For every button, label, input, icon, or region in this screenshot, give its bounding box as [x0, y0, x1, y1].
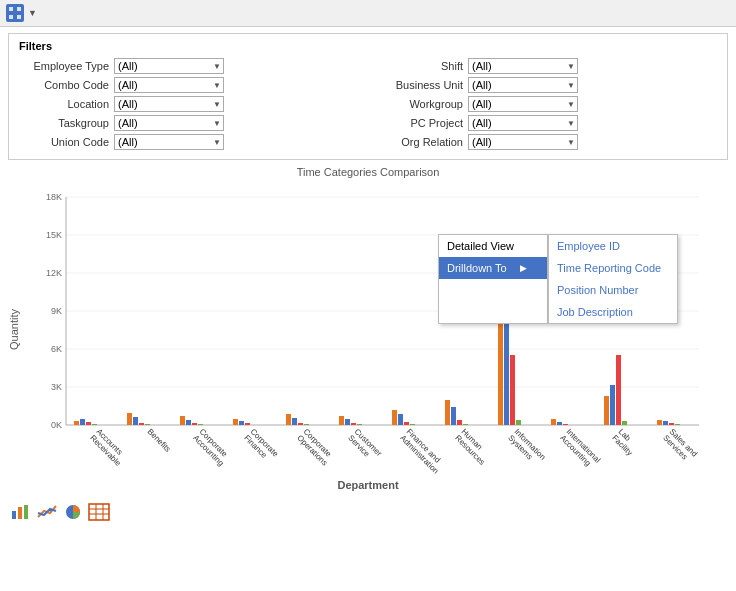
filter-location: Location (All): [19, 96, 363, 112]
bar-group-accounts-receivable: [74, 419, 97, 425]
bar-group-international-accounting: [551, 419, 568, 425]
filter-location-select[interactable]: (All): [114, 96, 224, 112]
svg-rect-40: [345, 419, 350, 425]
svg-text:15K: 15K: [46, 230, 62, 240]
filter-shift-label: Shift: [373, 60, 463, 72]
svg-rect-38: [304, 424, 309, 425]
filter-pc-project-label: PC Project: [373, 117, 463, 129]
dept-label-corporate-finance: Corporate Finance: [242, 427, 280, 460]
context-menu-detailed-view[interactable]: Detailed View: [439, 235, 547, 257]
svg-rect-47: [445, 400, 450, 425]
filter-combo-code-label: Combo Code: [19, 79, 109, 91]
svg-rect-92: [24, 505, 28, 519]
filter-pc-project: PC Project (All): [373, 115, 717, 131]
bar-group-benefits: [127, 413, 150, 425]
dept-label-corporate-accounting: Corporate Accounting: [191, 427, 229, 468]
filter-combo-code-select-wrap: (All): [114, 77, 224, 93]
filter-pc-project-select-wrap: (All): [468, 115, 578, 131]
filter-employee-type-select[interactable]: (All): [114, 58, 224, 74]
y-axis-label: Quantity: [8, 200, 24, 460]
filter-employee-type: Employee Type (All): [19, 58, 363, 74]
dept-label-information-systems: Information Systems: [506, 427, 547, 462]
filter-org-relation-label: Org Relation: [373, 136, 463, 148]
filter-employee-type-label: Employee Type: [19, 60, 109, 72]
filter-org-relation-select[interactable]: (All): [468, 134, 578, 150]
svg-rect-57: [563, 424, 568, 425]
pie-chart-icon[interactable]: [62, 503, 84, 521]
svg-rect-50: [463, 424, 468, 425]
svg-rect-43: [392, 410, 397, 425]
svg-rect-30: [198, 424, 203, 425]
filters-left: Employee Type (All) Combo Code (All) Loc…: [19, 58, 363, 153]
svg-rect-28: [186, 420, 191, 425]
context-menu: Detailed View Drilldown To ▶: [438, 234, 548, 324]
svg-text:Benefits: Benefits: [146, 427, 173, 454]
svg-rect-22: [92, 424, 97, 425]
filter-location-label: Location: [19, 98, 109, 110]
svg-rect-44: [398, 414, 403, 425]
table-icon[interactable]: [88, 503, 110, 521]
filter-org-relation-select-wrap: (All): [468, 134, 578, 150]
submenu-item-employee-id[interactable]: Employee ID: [549, 235, 677, 257]
dept-label-human-resources: Human Resources: [453, 427, 486, 467]
bar-chart-icon[interactable]: [10, 503, 32, 521]
svg-rect-23: [127, 413, 132, 425]
line-chart-icon[interactable]: [36, 503, 58, 521]
context-menu-drilldown-to[interactable]: Drilldown To ▶: [439, 257, 547, 279]
svg-rect-33: [245, 423, 250, 425]
svg-rect-37: [298, 423, 303, 425]
svg-rect-54: [516, 420, 521, 425]
svg-rect-59: [604, 396, 609, 425]
filter-union-code-select[interactable]: (All): [114, 134, 224, 150]
x-axis-label: Department: [8, 479, 728, 491]
svg-text:12K: 12K: [46, 268, 62, 278]
filter-workgroup-select[interactable]: (All): [468, 96, 578, 112]
svg-rect-29: [192, 423, 197, 425]
dept-label-customer-service: Customer Service: [346, 427, 383, 459]
filters-grid: Employee Type (All) Combo Code (All) Loc…: [19, 58, 717, 153]
svg-rect-26: [145, 424, 150, 425]
bar-group-human-resources: [445, 400, 468, 425]
dept-label-international-accounting: International Accounting: [558, 427, 602, 468]
svg-rect-60: [610, 385, 615, 425]
filter-business-unit-select-wrap: (All): [468, 77, 578, 93]
chart-wrapper: Quantity 18K 15K 12K 9K 6K: [8, 182, 728, 477]
filter-business-unit: Business Unit (All): [373, 77, 717, 93]
submenu-item-time-reporting-code[interactable]: Time Reporting Code: [549, 257, 677, 279]
svg-rect-39: [339, 416, 344, 425]
filter-taskgroup-select[interactable]: (All): [114, 115, 224, 131]
submenu-item-position-number[interactable]: Position Number: [549, 279, 677, 301]
svg-rect-65: [669, 423, 674, 425]
svg-rect-63: [657, 420, 662, 425]
svg-rect-48: [451, 407, 456, 425]
filter-location-select-wrap: (All): [114, 96, 224, 112]
bar-group-sales-services: [657, 420, 680, 425]
bar-group-customer-service: [339, 416, 362, 425]
svg-rect-56: [557, 422, 562, 425]
svg-rect-55: [551, 419, 556, 425]
filter-workgroup-label: Workgroup: [373, 98, 463, 110]
svg-rect-3: [17, 15, 21, 19]
svg-rect-90: [12, 511, 16, 519]
svg-text:9K: 9K: [51, 306, 62, 316]
filter-business-unit-select[interactable]: (All): [468, 77, 578, 93]
svg-rect-66: [675, 424, 680, 425]
dept-label-finance-admin: Finance and Administration: [398, 427, 442, 476]
toolbar-dropdown-arrow[interactable]: ▼: [28, 8, 37, 18]
app-icon[interactable]: [6, 4, 24, 22]
filter-shift: Shift (All): [373, 58, 717, 74]
filter-shift-select[interactable]: (All): [468, 58, 578, 74]
context-menu-drilldown-to-label: Drilldown To: [447, 262, 507, 274]
dept-label-corporate-operations: Corporate Operations: [295, 427, 333, 467]
filter-business-unit-label: Business Unit: [373, 79, 463, 91]
svg-rect-41: [351, 423, 356, 425]
submenu-item-job-description[interactable]: Job Description: [549, 301, 677, 323]
svg-text:18K: 18K: [46, 192, 62, 202]
chart-area: Time Categories Comparison Quantity 18K …: [8, 166, 728, 491]
context-menu-overlay: Detailed View Drilldown To ▶ Employee ID…: [438, 234, 678, 324]
filter-pc-project-select[interactable]: (All): [468, 115, 578, 131]
filter-combo-code-select[interactable]: (All): [114, 77, 224, 93]
filters-panel: Filters Employee Type (All) Combo Code (…: [8, 33, 728, 160]
bar-chart-svg[interactable]: 18K 15K 12K 9K 6K 3K 0K: [24, 182, 714, 477]
svg-rect-49: [457, 420, 462, 425]
